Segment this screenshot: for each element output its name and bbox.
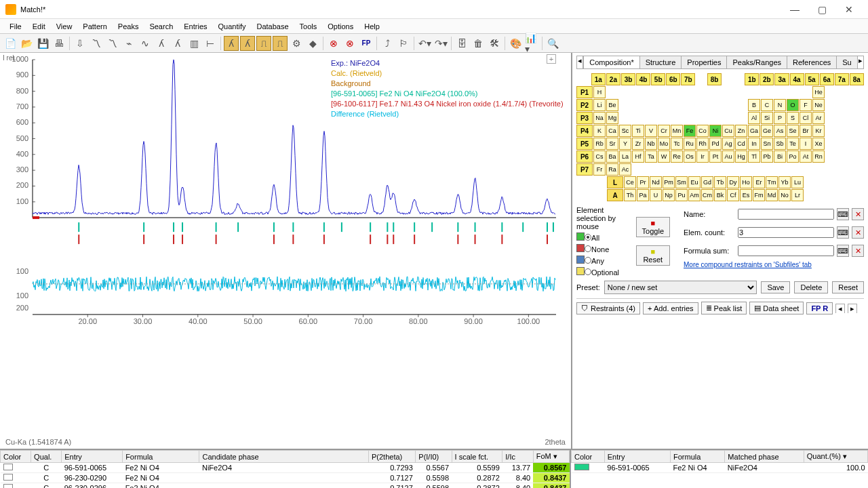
elem-Nd[interactable]: Nd <box>650 176 662 188</box>
delete-preset-button[interactable]: Delete <box>794 281 828 293</box>
elem-H[interactable]: H <box>593 86 606 98</box>
refine-icon[interactable]: ⚙ <box>289 36 304 51</box>
elem-Ta[interactable]: Ta <box>645 150 657 163</box>
menu-view[interactable]: View <box>51 21 78 32</box>
menu-entries[interactable]: Entries <box>178 21 212 32</box>
marker-icon[interactable]: ⊢ <box>203 36 218 51</box>
elem-Sc[interactable]: Sc <box>619 125 631 137</box>
elem-Sn[interactable]: Sn <box>761 138 773 150</box>
elem-Re[interactable]: Re <box>671 150 683 163</box>
elem-Xe[interactable]: Xe <box>812 138 825 150</box>
elem-Th[interactable]: Th <box>624 189 636 201</box>
palette-icon[interactable]: 🎨 <box>508 36 523 51</box>
menu-edit[interactable]: Edit <box>27 21 51 32</box>
elem-Rh[interactable]: Rh <box>696 138 709 150</box>
datasheet-button[interactable]: ▤ Data sheet <box>749 302 804 314</box>
elem-Cs[interactable]: Cs <box>593 150 606 163</box>
elem-Fe[interactable]: Fe <box>684 125 696 137</box>
elem-Ba[interactable]: Ba <box>606 150 618 163</box>
elem-Cu[interactable]: Cu <box>722 125 734 137</box>
menu-pattern[interactable]: Pattern <box>77 21 112 32</box>
elem-In[interactable]: In <box>748 138 760 150</box>
form-clear-icon[interactable]: ✕ <box>852 245 864 257</box>
elem-La[interactable]: La <box>619 150 631 163</box>
menu-quantify[interactable]: Quantify <box>213 21 252 32</box>
elem-Hg[interactable]: Hg <box>735 150 747 163</box>
elem-Pr[interactable]: Pr <box>637 176 649 188</box>
elem-Mo[interactable]: Mo <box>658 138 670 150</box>
save-icon[interactable]: 💾 <box>35 36 50 51</box>
print-icon[interactable]: 🖶 <box>52 36 66 51</box>
elem-Er[interactable]: Er <box>753 176 765 188</box>
redo-icon[interactable]: ↷▾ <box>433 36 448 51</box>
minimize-button[interactable]: — <box>781 1 808 18</box>
elem-Zn[interactable]: Zn <box>735 125 747 137</box>
chart-icon[interactable]: ▥ <box>186 36 201 51</box>
tab-properties[interactable]: Properties <box>681 56 727 68</box>
elem-Cm[interactable]: Cm <box>701 189 713 201</box>
elemcount-input[interactable] <box>738 227 834 238</box>
name-clear-icon[interactable]: ✕ <box>852 208 864 220</box>
elem-C[interactable]: C <box>761 99 773 111</box>
tabs-right[interactable]: ▸ <box>848 304 857 313</box>
elem-Dy[interactable]: Dy <box>727 176 739 188</box>
elem-Tc[interactable]: Tc <box>671 138 683 150</box>
elem-Gd[interactable]: Gd <box>701 176 713 188</box>
save-preset-button[interactable]: Save <box>761 281 790 293</box>
fp-icon[interactable]: FP <box>359 36 374 51</box>
reset-preset-button[interactable]: Reset <box>832 281 864 293</box>
elem-Ac[interactable]: Ac <box>619 163 631 176</box>
elem-O[interactable]: O <box>787 99 799 111</box>
elem-Si[interactable]: Si <box>761 112 773 124</box>
elem-Ti[interactable]: Ti <box>632 125 644 137</box>
elem-I[interactable]: I <box>800 138 812 150</box>
restraints-button[interactable]: ⛉ Restraints (4) <box>576 302 640 314</box>
elem-No[interactable]: No <box>778 189 791 201</box>
elem-Lu[interactable]: Lu <box>791 176 804 188</box>
elem-As[interactable]: As <box>774 125 786 137</box>
preset-select[interactable]: None / new set <box>604 281 757 294</box>
cnt-clear-icon[interactable]: ✕ <box>852 226 864 239</box>
elem-Yb[interactable]: Yb <box>778 176 791 188</box>
elem-Hf[interactable]: Hf <box>632 150 644 163</box>
bg-icon[interactable]: ⌁ <box>121 36 136 51</box>
cnt-kbd-icon[interactable]: ⌨ <box>837 226 849 239</box>
elem-Nb[interactable]: Nb <box>645 138 657 150</box>
elem-Ne[interactable]: Ne <box>812 99 825 111</box>
elem-V[interactable]: V <box>645 125 657 137</box>
radio-optional[interactable] <box>585 268 591 275</box>
matched-row[interactable]: 96-591-0065Fe2 Ni O4NiFe2O4100.0 <box>572 463 868 473</box>
export-icon[interactable]: ⤴ <box>380 36 395 51</box>
tools-icon[interactable]: 🛠 <box>487 36 502 51</box>
undo-icon[interactable]: ↶▾ <box>417 36 432 51</box>
menu-tools[interactable]: Tools <box>294 21 323 32</box>
elem-Pm[interactable]: Pm <box>663 176 675 188</box>
elem-Cf[interactable]: Cf <box>727 189 739 201</box>
elem-S[interactable]: S <box>787 112 799 124</box>
peaks2-icon[interactable]: ʎ <box>170 36 185 51</box>
elem-Po[interactable]: Po <box>787 150 799 163</box>
del2-icon[interactable]: ⊗ <box>342 36 357 51</box>
candidate-row[interactable]: C96-591-0065Fe2 Ni O4NiFe2O40.72930.5567… <box>1 463 570 473</box>
elem-Be[interactable]: Be <box>606 99 618 111</box>
elem-Cd[interactable]: Cd <box>735 138 747 150</box>
elem-Ce[interactable]: Ce <box>624 176 636 188</box>
radio-any[interactable] <box>585 257 591 264</box>
elem-Fr[interactable]: Fr <box>593 163 606 176</box>
close-button[interactable]: ✕ <box>835 1 863 18</box>
elem-W[interactable]: W <box>658 150 670 163</box>
elem-Pu[interactable]: Pu <box>675 189 688 201</box>
flag-icon[interactable]: 🏳 <box>396 36 411 51</box>
elem-Fm[interactable]: Fm <box>753 189 765 201</box>
radio-all[interactable] <box>585 234 591 241</box>
elem-Mg[interactable]: Mg <box>606 112 618 124</box>
menu-file[interactable]: File <box>4 21 27 32</box>
ph1-icon[interactable]: ʎ <box>224 36 239 51</box>
elem-Bk[interactable]: Bk <box>714 189 726 201</box>
elem-Sr[interactable]: Sr <box>606 138 618 150</box>
elem-Li[interactable]: Li <box>593 99 606 111</box>
elem-Lr[interactable]: Lr <box>791 189 804 201</box>
elem-P[interactable]: P <box>774 112 786 124</box>
elem-Kr[interactable]: Kr <box>812 125 825 137</box>
radio-none[interactable] <box>585 245 591 252</box>
